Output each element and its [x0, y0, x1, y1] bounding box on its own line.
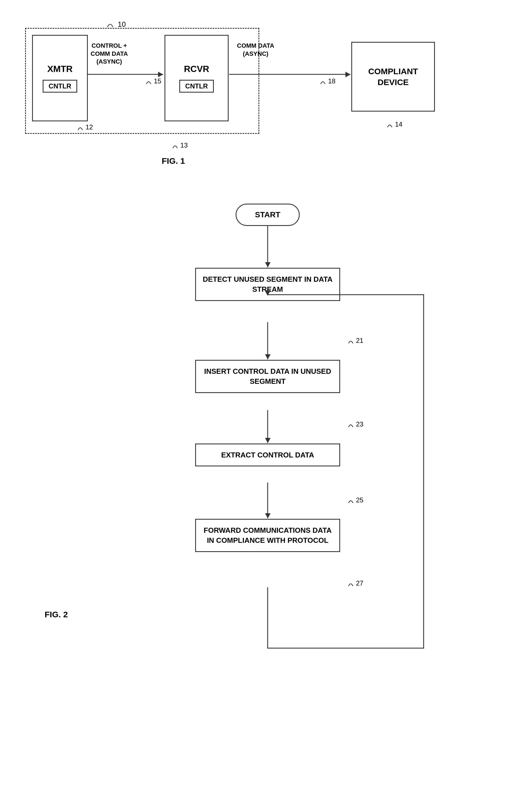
fc-box-1: DETECT UNUSED SEGMENT IN DATA STREAM [195, 268, 340, 301]
arrow-xmtr-rcvr [88, 74, 163, 75]
fc-box-4: FORWARD COMMUNICATIONS DATA IN COMPLIANC… [195, 519, 340, 552]
fc-loop-down [267, 587, 268, 649]
ref-14: 14 [382, 120, 402, 128]
fc-box-2: INSERT CONTROL DATA IN UNUSED SEGMENT [195, 360, 340, 393]
xmtr-label: XMTR [47, 64, 73, 74]
comm-data-label-1: CONTROL + COMM DATA (ASYNC) [91, 42, 128, 66]
fc-arrow-box3-box4 [267, 482, 268, 518]
page-container: 10 XMTR CNTLR CONTROL + COMM DATA (ASYNC… [0, 0, 530, 812]
ref-15: 15 [141, 77, 161, 85]
fc-loop-arrowhead [265, 290, 271, 296]
fig2-label: FIG. 2 [45, 610, 68, 619]
fc-hline-top [267, 294, 424, 295]
fig1-label: FIG. 1 [162, 156, 185, 166]
fc-box-3: EXTRACT CONTROL DATA [195, 444, 340, 466]
ref-12: 12 [73, 123, 93, 131]
ref-10: 10 [99, 19, 126, 29]
fc-start-oval: START [236, 204, 300, 226]
fc-arrow-box2-box3 [267, 410, 268, 443]
xmtr-cntlr-box: CNTLR [43, 80, 77, 92]
rcvr-cntlr-box: CNTLR [179, 80, 214, 92]
fc-vline-right [423, 294, 424, 649]
fc-hline-bottom [267, 648, 424, 649]
flowchart: START DETECT UNUSED SEGMENT IN DATA STRE… [17, 198, 518, 617]
ref-13: 13 [167, 141, 188, 149]
comm-data-label-2: COMM DATA (ASYNC) [237, 42, 274, 58]
rcvr-label: RCVR [184, 64, 209, 74]
ref-21: 21 [343, 336, 363, 345]
fc-arrow-box1-box2 [267, 322, 268, 359]
ref-18: 18 [315, 77, 335, 85]
compliant-device-block: COMPLIANT DEVICE [351, 42, 435, 112]
rcvr-block: RCVR CNTLR [164, 35, 229, 121]
ref-27: 27 [343, 579, 363, 587]
fig1-container: 10 XMTR CNTLR CONTROL + COMM DATA (ASYNC… [17, 19, 518, 176]
ref-23: 23 [343, 420, 363, 428]
fc-arrow-start-box1 [267, 226, 268, 267]
arrow-rcvr-compliant [229, 74, 351, 75]
fig2-container: START DETECT UNUSED SEGMENT IN DATA STRE… [17, 198, 518, 617]
ref-25: 25 [343, 496, 363, 504]
xmtr-block: XMTR CNTLR [32, 35, 88, 121]
compliant-device-label: COMPLIANT DEVICE [352, 66, 434, 88]
